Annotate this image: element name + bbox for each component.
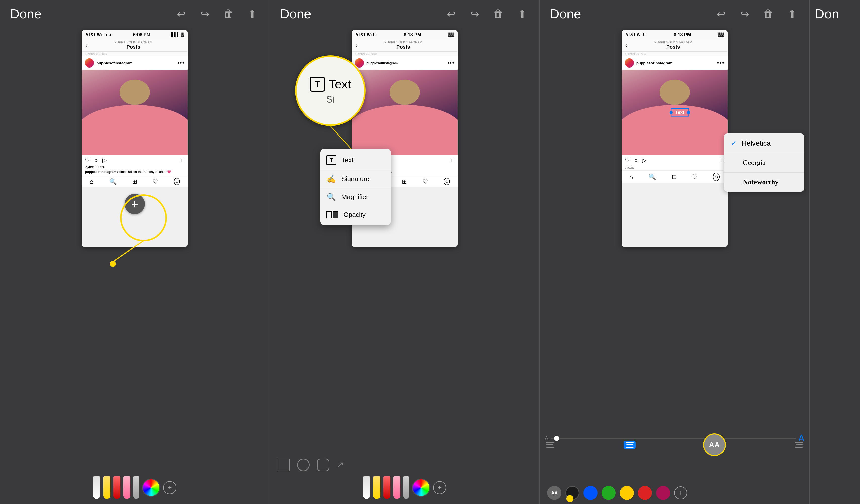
arrow-shape-btn[interactable]: ↗ (336, 460, 344, 470)
color-yellow[interactable] (620, 486, 634, 500)
profile-nav-3[interactable]: ○ (713, 173, 720, 181)
more-dots-3[interactable]: ••• (717, 60, 725, 66)
trash-icon-3[interactable]: 🗑 (761, 6, 776, 21)
post-user-3: puppiesofinstagram (625, 58, 672, 68)
bookmark-icon-2[interactable]: ⊓ (450, 157, 455, 164)
bubble-shape-btn[interactable] (317, 459, 329, 471)
color-red[interactable] (638, 486, 652, 500)
signature-menu-label: Signature (342, 175, 370, 183)
profile-nav-icon[interactable]: ○ (174, 178, 180, 185)
heart-icon-1[interactable]: ♡ (85, 157, 90, 164)
circle-shape-btn[interactable] (297, 459, 310, 471)
panel-3: Done ↩ ↪ 🗑 ⬆ AT&T Wi-Fi 6:18 PM ▓▓ (540, 0, 809, 504)
send-icon-3[interactable]: ▷ (642, 157, 646, 164)
add-nav-icon-2[interactable]: ⊞ (402, 178, 407, 185)
redo-icon-3[interactable]: ↪ (737, 6, 752, 21)
plus-button-1[interactable]: + (125, 194, 145, 214)
ig-nav-1: ⌂ 🔍 ⊞ ♡ ○ (82, 175, 188, 187)
menu-item-opacity[interactable]: Opacity (320, 206, 391, 223)
undo-icon-2[interactable]: ↩ (444, 6, 458, 21)
toolbar-left-1: Done (10, 6, 41, 21)
color-dark-red[interactable] (656, 486, 670, 500)
home-nav-icon[interactable]: ⌂ (90, 178, 94, 185)
more-dots-2[interactable]: ••• (447, 60, 455, 66)
font-item-helvetica[interactable]: ✓ Helvetica (724, 133, 804, 153)
pen-yellow-1[interactable] (103, 476, 110, 499)
redo-icon-2[interactable]: ↪ (468, 6, 482, 21)
post-user-1: puppiesofinstagram (85, 58, 132, 68)
pen-ruler-1[interactable] (133, 476, 139, 499)
activity-nav-3[interactable]: ♡ (692, 173, 698, 181)
back-button-1[interactable]: ‹ (85, 41, 88, 49)
sig-letter: Si (326, 94, 334, 105)
home-nav-3[interactable]: ⌂ (629, 173, 633, 181)
undo-icon-1[interactable]: ↩ (174, 6, 189, 21)
text-annotation-3[interactable]: Text (671, 108, 689, 117)
aa-small-btn[interactable]: AA (547, 486, 561, 500)
color-blue[interactable] (584, 486, 598, 500)
search-nav-icon[interactable]: 🔍 (109, 178, 117, 185)
trash-icon-1[interactable]: 🗑 (221, 6, 236, 21)
shape-row: ↗ (277, 459, 344, 471)
align-center-btn[interactable] (624, 441, 636, 449)
color-green[interactable] (602, 486, 616, 500)
text-handle-right[interactable] (687, 111, 690, 114)
send-icon-1[interactable]: ▷ (102, 157, 107, 164)
undo-icon-3[interactable]: ↩ (714, 6, 728, 21)
pen-white-2[interactable] (363, 476, 370, 499)
aa-button[interactable]: AA (703, 433, 726, 456)
pen-ruler-2[interactable] (403, 476, 409, 499)
status-left-2: AT&T Wi-Fi (355, 32, 377, 37)
font-item-noteworthy[interactable]: Noteworthy (724, 173, 804, 192)
bookmark-icon-1[interactable]: ⊓ (180, 157, 185, 164)
back-button-2[interactable]: ‹ (355, 41, 358, 49)
font-item-georgia[interactable]: Georgia (724, 153, 804, 173)
add-button-1[interactable]: + (163, 481, 176, 494)
pen-red-1[interactable] (113, 476, 120, 499)
add-button-2[interactable]: + (433, 481, 446, 494)
color-wheel-1[interactable] (142, 478, 160, 497)
more-dots-1[interactable]: ••• (177, 60, 185, 66)
align-left-btn[interactable] (545, 441, 556, 449)
pen-pink-1[interactable] (124, 476, 130, 499)
battery-2: ▓▓ (448, 32, 454, 37)
pen-white-1[interactable] (93, 476, 100, 499)
share-icon-2[interactable]: ⬆ (515, 6, 529, 21)
pen-yellow-2[interactable] (373, 476, 380, 499)
pen-pink-2[interactable] (393, 476, 400, 499)
pen-red-2[interactable] (383, 476, 390, 499)
heart-icon-3[interactable]: ♡ (625, 157, 630, 164)
text-handle-left[interactable] (670, 111, 673, 114)
comment-icon-1[interactable]: ○ (95, 157, 98, 164)
redo-icon-1[interactable]: ↪ (198, 6, 212, 21)
comment-icon-3[interactable]: ○ (634, 157, 637, 164)
color-black[interactable] (565, 486, 579, 500)
add-color-btn[interactable]: + (674, 486, 687, 500)
done-button-4[interactable]: Don (815, 6, 839, 21)
battery-icon-1: ▓ (181, 32, 184, 37)
activity-nav-icon[interactable]: ♡ (153, 178, 158, 185)
add-nav-3[interactable]: ⊞ (672, 173, 677, 181)
menu-item-magnifier[interactable]: 🔍 Magnifier (320, 188, 391, 206)
menu-item-text[interactable]: T Text (320, 150, 391, 170)
phone-status-2: AT&T Wi-Fi 6:18 PM ▓▓ (352, 30, 458, 39)
date-bar-2: October 06, 2019 (352, 52, 458, 56)
done-button-3[interactable]: Done (550, 6, 581, 21)
trash-icon-2[interactable]: 🗑 (491, 6, 506, 21)
add-nav-icon[interactable]: ⊞ (132, 178, 137, 185)
share-icon-1[interactable]: ⬆ (245, 6, 260, 21)
time-3: 6:18 PM (674, 32, 691, 38)
color-wheel-2[interactable] (412, 478, 430, 497)
done-button-1[interactable]: Done (10, 6, 41, 21)
back-button-3[interactable]: ‹ (625, 41, 628, 49)
profile-nav-icon-2[interactable]: ○ (444, 178, 450, 185)
share-icon-3[interactable]: ⬆ (785, 6, 799, 21)
menu-item-signature[interactable]: ✍ Signature (320, 170, 391, 188)
done-button-2[interactable]: Done (280, 6, 311, 21)
align-right-btn[interactable] (793, 441, 804, 449)
square-shape-btn[interactable] (277, 459, 290, 471)
username-1: puppiesofinstagram (97, 61, 132, 65)
search-nav-3[interactable]: 🔍 (648, 173, 656, 181)
panel-2: Done ↩ ↪ 🗑 ⬆ AT&T Wi-Fi 6:18 PM ▓▓ (270, 0, 540, 504)
activity-nav-icon-2[interactable]: ♡ (422, 178, 428, 185)
